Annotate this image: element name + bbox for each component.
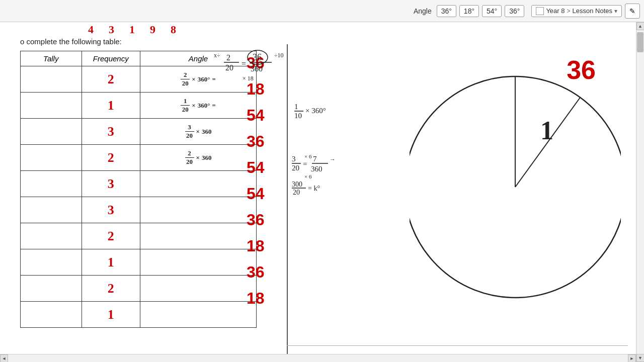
- svg-text:360: 360: [311, 165, 323, 173]
- svg-text:1: 1: [294, 103, 298, 111]
- vertical-scrollbar: ▲ ▼: [636, 22, 644, 362]
- col-header-frequency: Frequency: [82, 51, 140, 66]
- fraction-svg-2: 3 20 = 7 360 → × 6 × 6 300 20 = k°: [292, 150, 392, 196]
- math-annotation-fraction2: 3 20 = 7 360 → × 6 × 6 300 20 = k°: [292, 150, 392, 198]
- top-num-3: 1: [129, 23, 135, 36]
- frequency-cell: 2: [82, 223, 140, 249]
- svg-text:2: 2: [226, 53, 230, 62]
- table-row: 3: [21, 171, 257, 197]
- svg-text:360: 360: [251, 64, 263, 73]
- pencil-icon: ✎: [629, 7, 635, 15]
- horizontal-scrollbar: ◄ ►: [0, 354, 636, 362]
- math-annotation-fraction1: 1 10 × 360°: [294, 100, 385, 122]
- frequency-cell: 1: [82, 249, 140, 276]
- table-row: 2: [21, 276, 257, 302]
- tally-cell: [21, 197, 82, 223]
- svg-text:x÷: x÷: [214, 52, 220, 59]
- main-content: 4 3 1 9 8 o complete the following table…: [0, 22, 636, 354]
- middle-number-8: 36: [247, 259, 265, 285]
- svg-text:10: 10: [294, 112, 302, 120]
- tally-cell: [21, 119, 82, 145]
- angle-cell: [140, 171, 257, 197]
- breadcrumb-checkbox[interactable]: [536, 7, 544, 15]
- angle-cell: [140, 197, 257, 223]
- scroll-track-vertical[interactable]: [636, 30, 644, 354]
- frequency-cell: 3: [82, 171, 140, 197]
- fraction-svg-1: 1 10 × 360°: [294, 100, 385, 120]
- breadcrumb-separator: >: [567, 8, 570, 15]
- instruction-text: o complete the following table:: [20, 37, 257, 46]
- top-num-5: 8: [171, 23, 176, 36]
- frequency-cell: 2: [82, 276, 140, 302]
- middle-number-7: 18: [247, 233, 265, 259]
- breadcrumb-container[interactable]: Year 8 > Lesson Notes ▾: [531, 5, 622, 17]
- scroll-thumb-vertical[interactable]: [637, 32, 643, 52]
- middle-number-9: 18: [247, 285, 265, 311]
- tally-cell: [21, 93, 82, 119]
- col-header-tally: Tally: [21, 51, 82, 66]
- pie-label: 1: [540, 116, 553, 145]
- svg-text:× 18: × 18: [243, 75, 254, 82]
- horizontal-divider: [287, 345, 628, 346]
- frequency-cell: 3: [82, 197, 140, 223]
- tally-cell: [21, 145, 82, 171]
- svg-text:=: =: [242, 59, 246, 68]
- middle-number-4: 54: [247, 154, 265, 180]
- scroll-down-button[interactable]: ▼: [636, 354, 645, 362]
- top-num-2: 3: [109, 23, 114, 36]
- scroll-left-button[interactable]: ◄: [0, 354, 8, 363]
- svg-text:÷10: ÷10: [274, 52, 284, 59]
- svg-text:× 360°: × 360°: [305, 107, 326, 115]
- scroll-track-horizontal[interactable]: [8, 354, 628, 362]
- scroll-up-button[interactable]: ▲: [636, 22, 645, 30]
- svg-text:7: 7: [313, 155, 317, 163]
- angle-cell: 220 × 360: [140, 145, 257, 171]
- middle-number-3: 36: [247, 128, 265, 154]
- edit-button[interactable]: ✎: [625, 4, 640, 19]
- table-row: 2: [21, 223, 257, 249]
- math-svg-top: 2 20 = 36 360 ÷10 x÷ × 18: [211, 46, 312, 97]
- svg-text:20: 20: [293, 189, 300, 196]
- angle-cell: 320 × 360: [140, 119, 257, 145]
- frequency-cell: 1: [82, 93, 140, 119]
- frequency-cell: 2: [82, 66, 140, 93]
- svg-text:=: =: [303, 160, 307, 168]
- chevron-down-icon[interactable]: ▾: [614, 8, 617, 15]
- scroll-right-button[interactable]: ►: [628, 354, 636, 363]
- table-row: 1: [21, 302, 257, 328]
- tally-cell: [21, 276, 82, 302]
- pie-chart-svg: 1: [410, 51, 621, 323]
- middle-number-6: 36: [247, 207, 265, 233]
- table-row: 3320 × 360: [21, 119, 257, 145]
- top-num-4: 9: [150, 23, 155, 36]
- angle-cell: [140, 249, 257, 276]
- svg-text:= k°: = k°: [308, 185, 320, 192]
- frequency-cell: 1: [82, 302, 140, 328]
- angle-cell: [140, 302, 257, 328]
- frequency-cell: 2: [82, 145, 140, 171]
- whiteboard: 4 3 1 9 8 o complete the following table…: [0, 22, 636, 354]
- table-row: 3: [21, 197, 257, 223]
- middle-number-2: 54: [247, 102, 265, 128]
- angle-badge-3: 54°: [482, 5, 502, 17]
- svg-text:× 6: × 6: [304, 153, 312, 159]
- breadcrumb-lesson: Lesson Notes: [573, 7, 613, 15]
- tally-cell: [21, 171, 82, 197]
- svg-text:36: 36: [253, 52, 262, 62]
- middle-number-5: 54: [247, 180, 265, 207]
- svg-text:3: 3: [292, 155, 296, 163]
- svg-text:→: →: [330, 156, 336, 163]
- angle-badge-1: 36°: [437, 5, 456, 17]
- pie-chart-container: 1: [410, 51, 621, 323]
- angle-label: Angle: [414, 7, 432, 15]
- angle-badge-2: 18°: [459, 5, 479, 17]
- math-annotation-top: 2 20 = 36 360 ÷10 x÷ × 18: [211, 46, 312, 99]
- tally-cell: [21, 66, 82, 93]
- table-row: 2220 × 360: [21, 145, 257, 171]
- top-number-row: 4 3 1 9 8: [88, 23, 176, 36]
- angle-badge-4: 36°: [505, 5, 524, 17]
- tally-cell: [21, 249, 82, 276]
- top-num-1: 4: [88, 23, 94, 36]
- svg-text:× 6: × 6: [304, 173, 312, 179]
- svg-text:20: 20: [225, 63, 233, 72]
